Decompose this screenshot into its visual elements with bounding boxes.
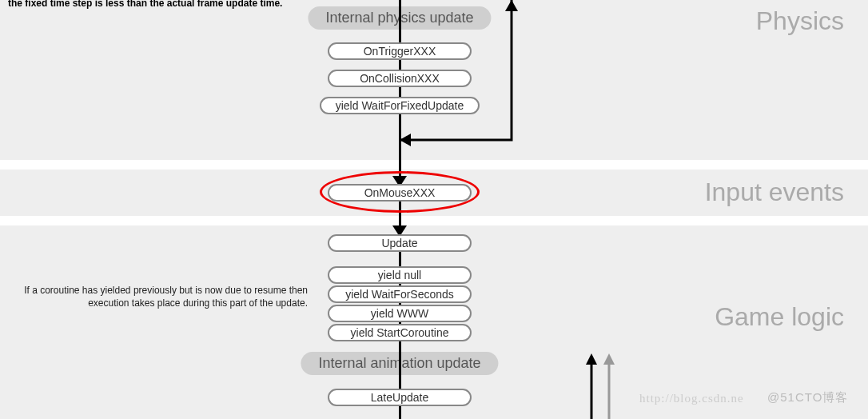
svg-marker-0 [400, 134, 411, 146]
lateupdate-loop-gray [601, 352, 617, 419]
node-waitforfixed: yield WaitForFixedUpdate [320, 97, 480, 114]
watermark-cto: @51CTO博客 [767, 390, 848, 405]
note-coroutine: If a coroutine has yielded previously bu… [16, 284, 308, 309]
section-input: Input events [705, 178, 844, 207]
svg-marker-3 [586, 353, 597, 365]
highlight-circle [320, 171, 480, 213]
node-update: Update [328, 234, 472, 252]
watermark-url: http://blog.csdn.ne [639, 392, 744, 405]
node-yield-null: yield null [328, 266, 472, 284]
node-lateupdate: LateUpdate [328, 389, 472, 406]
node-yield-waitforseconds: yield WaitForSeconds [328, 285, 472, 303]
node-yield-startcoroutine: yield StartCoroutine [328, 324, 472, 341]
section-physics: Physics [756, 6, 844, 36]
node-yield-www: yield WWW [328, 305, 472, 322]
section-gamelogic: Game logic [715, 302, 844, 332]
truncated-text: the fixed time step is less than the act… [8, 0, 312, 10]
node-ontrigger: OnTriggerXXX [328, 42, 472, 60]
svg-marker-5 [603, 353, 615, 365]
lateupdate-loop-black [583, 352, 599, 419]
svg-marker-1 [505, 0, 518, 11]
node-oncollision: OnCollisionXXX [328, 70, 472, 87]
